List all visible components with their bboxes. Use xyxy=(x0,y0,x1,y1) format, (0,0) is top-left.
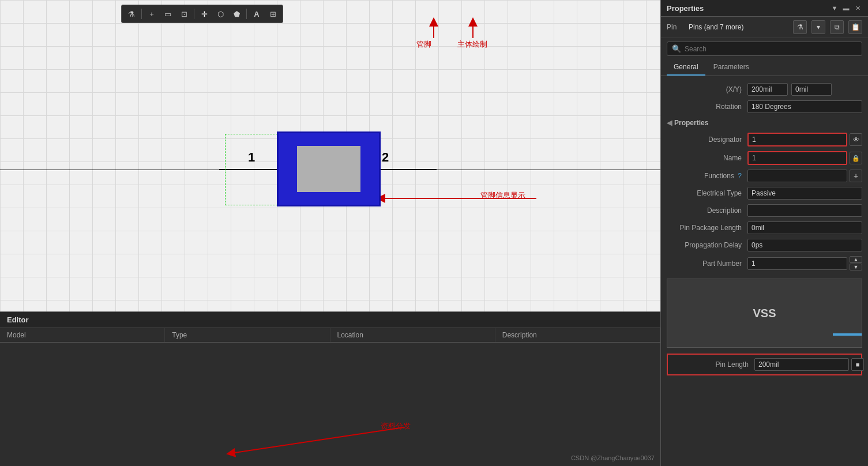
bezier-tool[interactable]: ⊡ xyxy=(178,7,190,20)
col-description: Description xyxy=(495,328,660,342)
description-value xyxy=(747,204,862,217)
preview-blue-line xyxy=(833,333,862,336)
designator-row: Designator 👁 xyxy=(661,130,868,149)
electrical-type-label: Electrical Type xyxy=(667,189,747,197)
part-number-label: Part Number xyxy=(667,260,747,268)
electrical-type-select[interactable]: Passive xyxy=(747,187,862,200)
eye-button[interactable]: 👁 xyxy=(850,133,862,146)
name-input[interactable] xyxy=(747,151,847,165)
add-tool[interactable]: + xyxy=(145,7,158,20)
copy-button[interactable]: ⧉ xyxy=(830,20,844,34)
y-input[interactable] xyxy=(791,83,832,96)
tool-sep-1 xyxy=(141,9,142,19)
propagation-delay-label: Propagation Delay xyxy=(667,241,747,249)
description-input[interactable] xyxy=(747,204,862,217)
pin-package-length-value xyxy=(747,221,862,234)
rect-tool[interactable]: ▭ xyxy=(161,7,174,20)
part-number-row: Part Number ▲ ▼ xyxy=(661,254,868,273)
properties-section-label: Properties xyxy=(674,119,708,127)
pin-value: Pins (and 7 more) xyxy=(689,23,788,31)
add-function-button[interactable]: + xyxy=(850,170,862,182)
rotation-label: Rotation xyxy=(667,103,747,111)
minimize-button[interactable]: ▼ xyxy=(830,3,839,13)
functions-input[interactable] xyxy=(747,170,847,182)
pin-length-label: Pin Length xyxy=(674,360,754,369)
csdn-watermark: CSDN @ZhangChaoyue0037 xyxy=(571,454,655,461)
name-row: Name 🔒 xyxy=(661,149,868,167)
restore-button[interactable]: ▬ xyxy=(841,3,851,13)
shape-tool[interactable]: ⬟ xyxy=(230,7,243,20)
guanjiao-label: 管脚 xyxy=(416,39,431,50)
col-model: Model xyxy=(0,328,165,342)
close-button[interactable]: ✕ xyxy=(853,3,862,13)
pin-package-length-label: Pin Package Length xyxy=(667,224,747,232)
pin-number-2: 2 xyxy=(382,150,389,165)
functions-value: + xyxy=(747,170,862,182)
x-input[interactable] xyxy=(747,83,788,96)
pin-package-length-input[interactable] xyxy=(747,221,862,234)
collapse-icon: ◀ xyxy=(667,119,672,127)
part-number-down[interactable]: ▼ xyxy=(850,264,862,270)
xy-value xyxy=(747,83,862,96)
component-inner xyxy=(297,146,360,192)
description-row: Description xyxy=(661,202,868,219)
pin-length-input[interactable] xyxy=(754,358,849,371)
search-input[interactable] xyxy=(685,45,857,53)
tool-sep-2 xyxy=(194,9,194,19)
designator-label: Designator xyxy=(667,136,747,144)
propagation-delay-input[interactable] xyxy=(747,239,862,251)
pin-length-value: ■ xyxy=(754,358,864,371)
col-type: Type xyxy=(165,328,330,342)
paste-button[interactable]: 📋 xyxy=(848,20,862,34)
pin-line-right xyxy=(379,169,437,170)
part-number-up[interactable]: ▲ xyxy=(850,256,862,263)
propagation-delay-value xyxy=(747,239,862,251)
top-toolbar: ⚗ + ▭ ⊡ ✛ ⬡ ⬟ A ⊞ xyxy=(121,5,283,23)
editor-columns: Model Type Location Description xyxy=(0,328,660,343)
dropdown-button[interactable]: ▾ xyxy=(811,20,825,34)
electrical-type-row: Electrical Type Passive xyxy=(661,185,868,202)
pin-length-btn[interactable]: ■ xyxy=(851,358,864,371)
functions-label: Functions ? xyxy=(667,172,747,180)
electrical-type-value: Passive xyxy=(747,187,862,200)
panel-title: Properties xyxy=(667,4,704,13)
filter-tool[interactable]: ⚗ xyxy=(125,7,138,20)
rotation-value: 180 Degrees xyxy=(747,100,862,113)
component-outer xyxy=(277,131,381,206)
template-tool[interactable]: ⊞ xyxy=(266,7,279,20)
functions-row: Functions ? + xyxy=(661,167,868,185)
pin-tool[interactable]: ✛ xyxy=(198,7,211,20)
pin-line-left xyxy=(219,169,279,170)
panel-tabs: General Parameters xyxy=(661,59,868,76)
rotation-select[interactable]: 180 Degrees xyxy=(747,100,862,113)
propagation-delay-row: Propagation Delay xyxy=(661,236,868,254)
part-number-input[interactable] xyxy=(747,257,847,270)
xy-row: (X/Y) xyxy=(661,81,868,98)
preview-box: VSS xyxy=(667,279,862,348)
xy-label: (X/Y) xyxy=(667,85,747,93)
zhuti-label: 主体绘制 xyxy=(457,39,487,50)
text-tool[interactable]: A xyxy=(250,7,263,20)
panel-header-buttons: ▼ ▬ ✕ xyxy=(830,3,862,13)
form-section: (X/Y) Rotation 180 Degrees ◀ Properties xyxy=(661,76,868,466)
bottom-label: 资料分发 xyxy=(381,421,411,431)
preview-vss-text: VSS xyxy=(753,307,776,320)
polygon-tool[interactable]: ⬡ xyxy=(214,7,227,20)
component-body xyxy=(277,131,381,206)
description-label: Description xyxy=(667,206,747,215)
name-eye-button[interactable]: 🔒 xyxy=(850,152,862,164)
designator-value: 👁 xyxy=(747,133,862,146)
pin-label: Pin xyxy=(667,23,684,31)
search-icon: 🔍 xyxy=(672,44,681,53)
designator-input[interactable] xyxy=(747,133,847,146)
tab-general[interactable]: General xyxy=(667,59,705,76)
rotation-row: Rotation 180 Degrees xyxy=(661,98,868,115)
tab-parameters[interactable]: Parameters xyxy=(707,59,756,76)
filter-button[interactable]: ⚗ xyxy=(793,20,807,34)
name-value: 🔒 xyxy=(747,151,862,165)
pin-package-length-row: Pin Package Length xyxy=(661,219,868,236)
editor-panel: Editor Model Type Location Description 资… xyxy=(0,311,660,466)
pin-number-1: 1 xyxy=(248,150,255,165)
name-label: Name xyxy=(667,154,747,162)
properties-section-header[interactable]: ◀ Properties xyxy=(661,115,868,130)
